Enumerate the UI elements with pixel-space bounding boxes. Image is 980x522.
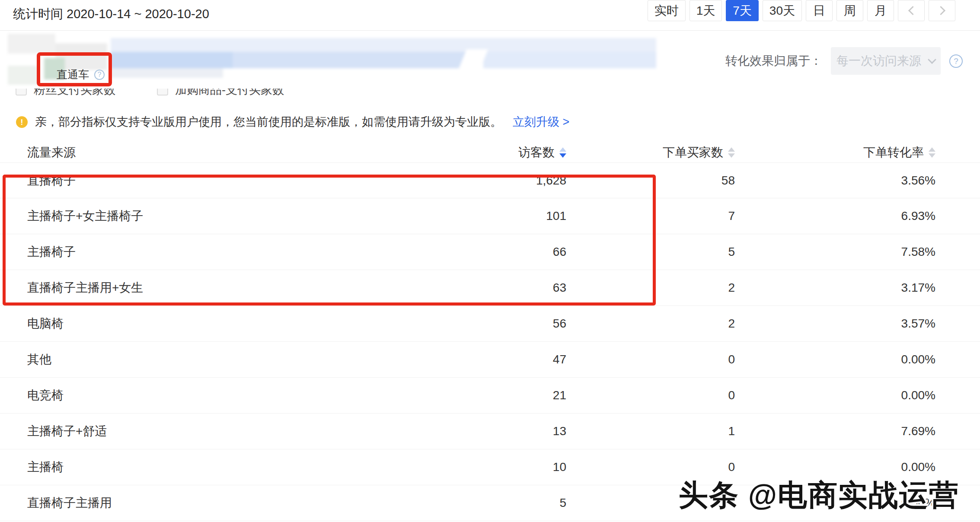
cell-source: 其他 [27, 351, 385, 368]
cell-visitors: 66 [385, 245, 566, 259]
cell-rate: 3.17% [735, 281, 935, 295]
sort-asc-icon [929, 147, 935, 152]
tab-realtime[interactable]: 实时 [648, 0, 686, 21]
cell-visitors: 101 [385, 209, 566, 223]
table-header: 流量来源 访客数 下单买家数 下单转化率 [0, 143, 980, 162]
cell-source: 电脑椅 [27, 315, 385, 332]
cell-visitors: 5 [385, 496, 566, 510]
column-header-source: 流量来源 [27, 144, 385, 161]
table-body: 直播椅子 1,628 58 3.56% 主播椅子+女主播椅子 101 7 6.9… [0, 162, 980, 521]
sort-desc-icon [559, 153, 566, 158]
column-header-visitors[interactable]: 访客数 [385, 144, 566, 161]
blur-block [8, 34, 55, 54]
warning-icon: ! [16, 116, 28, 128]
cell-visitors: 47 [385, 353, 566, 366]
upgrade-link[interactable]: 立刻升级 > [513, 114, 569, 130]
cell-visitors: 13 [385, 424, 566, 438]
table-row[interactable]: 主播椅子 66 5 7.58% [0, 234, 980, 270]
chevron-down-icon [928, 55, 936, 64]
blur-block [111, 38, 656, 52]
cell-source: 主播椅子 [27, 244, 385, 260]
notice-text: 亲，部分指标仅支持专业版用户使用，您当前使用的是标准版，如需使用请升级为专业版。 [35, 114, 502, 130]
table-row[interactable]: 主播椅子+舒适 13 1 7.69% [0, 414, 980, 449]
attribution-dropdown[interactable]: 每一次访问来源 [831, 47, 941, 75]
table-row[interactable]: 其他 47 0 0.00% [0, 342, 980, 378]
cell-source: 直播椅子主播用 [27, 495, 385, 511]
column-header-buyers[interactable]: 下单买家数 [566, 144, 735, 161]
blur-block [111, 52, 233, 68]
sort-icon[interactable] [929, 147, 935, 158]
sort-icon[interactable] [559, 147, 566, 158]
cell-source: 直播椅子 [27, 172, 385, 189]
cell-source: 直播椅子主播用+女生 [27, 280, 385, 296]
cell-source: 主播椅子+舒适 [27, 423, 385, 439]
cell-buyers: 2 [566, 281, 735, 295]
cell-buyers: 5 [566, 245, 735, 259]
cell-rate: 3.56% [735, 174, 935, 188]
cell-buyers: 0 [566, 388, 735, 402]
sort-icon[interactable] [728, 147, 735, 158]
watermark-text: 头条 @电商实战运营 [679, 476, 959, 515]
table-row[interactable]: 直播椅子主播用+女生 63 2 3.17% [0, 270, 980, 306]
cell-source: 主播椅子+女主播椅子 [27, 208, 385, 224]
time-range-tabs: 实时 1天 7天 30天 日 周 月 [648, 0, 955, 21]
next-period-button[interactable] [929, 0, 955, 21]
cell-visitors: 21 [385, 388, 566, 402]
cell-source: 主播椅 [27, 459, 385, 475]
cell-rate: 3.57% [735, 317, 935, 331]
sort-desc-icon [929, 153, 935, 158]
stats-time-title: 统计时间 2020-10-14 ~ 2020-10-20 [13, 6, 209, 23]
column-header-label: 下单买家数 [663, 144, 723, 161]
help-icon[interactable]: ? [94, 70, 105, 80]
top-bar: 统计时间 2020-10-14 ~ 2020-10-20 实时 1天 7天 30… [0, 0, 980, 31]
blur-block [483, 52, 656, 68]
cell-buyers: 58 [566, 174, 735, 188]
table-row[interactable]: 主播椅子+女主播椅子 101 7 6.93% [0, 198, 980, 234]
help-icon[interactable]: ? [949, 54, 963, 68]
table-row[interactable]: 直播椅子 1,628 58 3.56% [0, 162, 980, 198]
cell-source: 电竞椅 [27, 387, 385, 404]
table-row[interactable]: 电脑椅 56 2 3.57% [0, 306, 980, 342]
cell-rate: 6.93% [735, 209, 935, 223]
tab-month[interactable]: 月 [867, 0, 894, 21]
column-header-rate[interactable]: 下单转化率 [735, 144, 935, 161]
sort-asc-icon [728, 147, 735, 152]
cell-rate: 0.00% [735, 388, 935, 402]
blurred-chart-area [8, 32, 656, 87]
tab-30day[interactable]: 30天 [763, 0, 802, 21]
cell-visitors: 1,628 [385, 174, 566, 188]
cell-buyers: 2 [566, 317, 735, 331]
blur-block [8, 66, 38, 85]
cell-buyers: 0 [566, 353, 735, 366]
cell-rate: 7.58% [735, 245, 935, 259]
cell-rate: 7.69% [735, 424, 935, 438]
chevron-right-icon [936, 6, 945, 15]
attribution-value: 每一次访问来源 [836, 53, 921, 69]
tab-7day[interactable]: 7天 [726, 0, 759, 21]
sort-desc-icon [728, 153, 735, 158]
tab-week[interactable]: 周 [836, 0, 863, 21]
cell-visitors: 63 [385, 281, 566, 295]
traffic-source-table: 流量来源 访客数 下单买家数 下单转化率 直播椅子 1,628 [0, 143, 980, 521]
campaign-label: 直通车 [57, 67, 89, 82]
column-header-label: 下单转化率 [863, 144, 924, 161]
sort-asc-icon [559, 147, 566, 152]
cell-rate: 0.00% [735, 460, 935, 474]
cell-visitors: 10 [385, 460, 566, 474]
attribution-label: 转化效果归属于： [725, 53, 822, 69]
cell-buyers: 1 [566, 424, 735, 438]
tab-1day[interactable]: 1天 [690, 0, 722, 21]
chevron-left-icon [908, 6, 917, 15]
upgrade-notice: ! 亲，部分指标仅支持专业版用户使用，您当前使用的是标准版，如需使用请升级为专业… [16, 114, 569, 130]
tab-day[interactable]: 日 [806, 0, 833, 21]
blur-block [233, 52, 470, 68]
cell-visitors: 56 [385, 317, 566, 331]
blur-block [111, 68, 223, 78]
cell-rate: 0.00% [735, 353, 935, 366]
column-header-label: 访客数 [518, 144, 555, 161]
attribution-row: 转化效果归属于： 每一次访问来源 ? [725, 47, 963, 75]
prev-period-button[interactable] [898, 0, 925, 21]
cell-buyers: 0 [566, 460, 735, 474]
table-row[interactable]: 电竞椅 21 0 0.00% [0, 378, 980, 414]
campaign-label-row: 直通车 ? [57, 67, 105, 82]
